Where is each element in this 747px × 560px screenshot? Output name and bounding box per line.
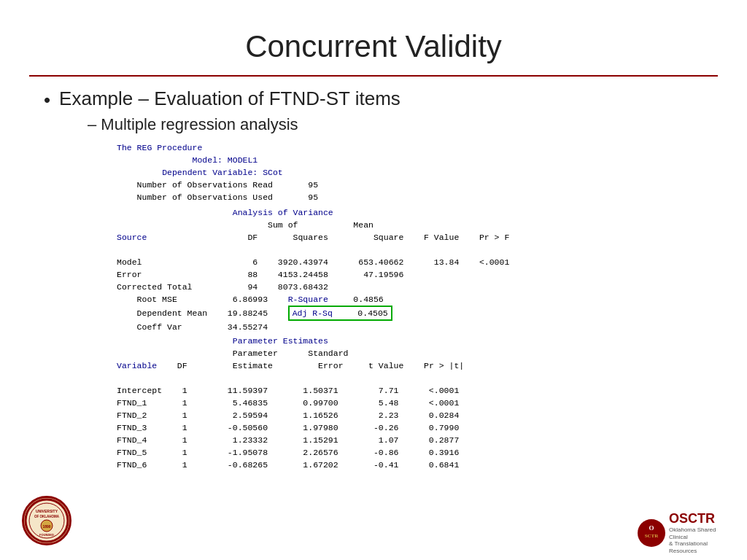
sctr-label: OSCTR [669, 511, 732, 527]
param-table: Parameter Standard Variable DF Estimate … [117, 347, 718, 471]
sctr-logo-group: O SCTR OSCTR Oklahoma Shared Clinical & … [638, 511, 732, 555]
anova-title: Analysis of Variance [117, 206, 718, 219]
bullet-sub-text: – Multiple regression analysis [88, 115, 298, 133]
sctr-text-group: OSCTR Oklahoma Shared Clinical & Transla… [669, 511, 732, 555]
title-divider [29, 75, 718, 77]
page-title: Concurrent Validity [29, 15, 718, 75]
bullet-sub: – Multiple regression analysis [88, 115, 718, 134]
university-seal: UNIVERSITY OF OKLAHOMA 1890 FOUNDED [22, 496, 71, 545]
anova-table: Sum of Mean Source DF Squares Square F V… [117, 219, 718, 293]
param-title: Parameter Estimates [117, 335, 718, 347]
slide: Concurrent Validity • Example – Evaluati… [0, 0, 747, 560]
reg-header: The REG Procedure Model: MODEL1 Dependen… [117, 141, 718, 179]
sctr-logo: O SCTR OSCTR Oklahoma Shared Clinical & … [638, 513, 732, 553]
svg-text:SCTR: SCTR [645, 533, 659, 539]
bullet-main: • Example – Evaluation of FTND-ST items [44, 88, 718, 112]
bullet-dot: • [44, 89, 50, 112]
sctr-sub1: Oklahoma Shared Clinical [669, 526, 732, 540]
bullet-main-text: Example – Evaluation of FTND-ST items [59, 88, 400, 110]
university-logo: UNIVERSITY OF OKLAHOMA 1890 FOUNDED [22, 496, 73, 547]
svg-text:UNIVERSITY: UNIVERSITY [36, 509, 58, 513]
reg-obs: Number of Observations Read 95 Number of… [117, 179, 718, 203]
svg-text:FOUNDED: FOUNDED [39, 533, 54, 537]
fit-stats: Root MSE 6.86993 R-Square 0.4856 Depende… [117, 293, 718, 333]
svg-text:1890: 1890 [42, 524, 50, 529]
sctr-sub2: & Translational Resources [669, 540, 732, 554]
reg-output: The REG Procedure Model: MODEL1 Dependen… [117, 141, 718, 471]
sctr-icon: O SCTR [638, 519, 665, 547]
svg-text:OF OKLAHOMA: OF OKLAHOMA [34, 515, 60, 518]
svg-text:O: O [649, 524, 654, 532]
